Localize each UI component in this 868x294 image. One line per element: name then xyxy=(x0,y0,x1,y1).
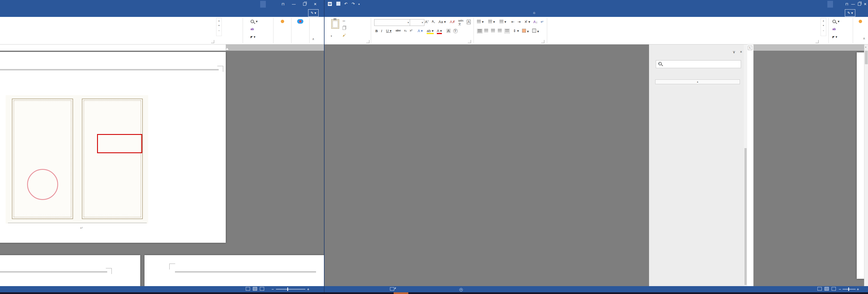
font-color-button[interactable]: A ▾ xyxy=(437,29,442,34)
left-document-area[interactable]: ↵ xyxy=(0,51,324,286)
subscript-button[interactable]: x₂ xyxy=(404,29,407,32)
nav-scrollbar[interactable] xyxy=(744,44,747,286)
clipboard-dialog-launcher[interactable] xyxy=(366,40,369,43)
left-style-gallery-scroll[interactable]: ▴▾⌄ xyxy=(216,18,222,36)
nav-search-box[interactable]: ▾ xyxy=(656,60,741,68)
left-restore-button[interactable] xyxy=(299,0,310,8)
left-indent-marker[interactable] xyxy=(226,48,228,50)
qat-save-icon[interactable] xyxy=(336,2,340,6)
left-minimize-button[interactable]: — xyxy=(288,0,299,8)
char-border-button[interactable]: A xyxy=(467,20,471,24)
asian-layout-button[interactable]: ✕́ ▾ xyxy=(524,20,530,24)
right-view-buttons[interactable] xyxy=(816,286,837,292)
right-find-button[interactable]: ▾ xyxy=(832,19,839,23)
change-case-button[interactable]: Aa ▾ xyxy=(438,20,446,24)
right-ribbon-options-button[interactable]: ⊓ xyxy=(844,0,850,8)
left-view-buttons[interactable] xyxy=(244,286,266,292)
left-replace-button[interactable]: ab xyxy=(251,27,254,31)
print-layout-icon[interactable] xyxy=(253,287,257,291)
read-mode-icon[interactable] xyxy=(246,287,250,291)
underline-button[interactable]: U ▾ xyxy=(386,29,392,33)
print-layout-icon[interactable] xyxy=(825,287,829,291)
text-effects-button[interactable]: A ▾ xyxy=(417,29,423,33)
web-layout-icon[interactable] xyxy=(832,287,836,291)
left-zoom-slider-thumb[interactable] xyxy=(287,288,288,291)
left-doc-page-3[interactable] xyxy=(145,255,324,286)
left-find-button[interactable]: ▾ xyxy=(251,19,258,23)
bullets-button[interactable]: ▾ xyxy=(477,20,484,24)
cut-button[interactable]: ✂ xyxy=(343,19,345,23)
right-document-area[interactable]: ↵ xyxy=(753,51,868,286)
left-doc-page-2[interactable] xyxy=(0,255,140,286)
right-zoom-in-button[interactable]: + xyxy=(857,286,859,292)
left-zoom-in-button[interactable]: + xyxy=(307,286,309,292)
highlight-color-button[interactable]: ab ▾ xyxy=(427,29,434,34)
left-close-button[interactable]: × xyxy=(310,0,320,8)
increase-indent-button[interactable]: ⇥ xyxy=(518,20,521,24)
right-share-button[interactable]: ✎ ▾ xyxy=(845,9,855,16)
numbering-button[interactable]: ▾ xyxy=(488,20,495,24)
right-replace-button[interactable]: ab xyxy=(832,27,836,31)
italic-button[interactable]: I xyxy=(381,29,382,33)
nav-collapse-icon[interactable]: ∨ xyxy=(733,49,735,54)
distribute-button[interactable] xyxy=(504,29,509,34)
shading-button[interactable]: ▾ xyxy=(522,29,529,34)
align-right-button[interactable] xyxy=(491,29,495,33)
borders-button[interactable]: ▾ xyxy=(532,29,539,34)
right-zoom-slider-thumb[interactable] xyxy=(848,288,849,291)
grow-font-button[interactable]: A˄ xyxy=(425,20,429,24)
strikethrough-button[interactable]: abe xyxy=(396,29,401,32)
font-size-combo[interactable]: ▾ xyxy=(410,19,425,26)
left-collapse-ribbon-button[interactable]: ∧ xyxy=(312,37,314,41)
phonetic-guide-button[interactable]: wén文 xyxy=(458,19,463,26)
superscript-button[interactable]: x² xyxy=(410,29,412,32)
read-mode-icon[interactable] xyxy=(817,287,822,291)
line-spacing-button[interactable]: ⇕ ▾ xyxy=(513,29,519,33)
right-close-button[interactable]: × xyxy=(862,0,868,8)
right-horizontal-ruler[interactable] xyxy=(753,44,868,51)
right-minimize-button[interactable]: — xyxy=(850,0,856,8)
copy-button[interactable] xyxy=(343,26,346,31)
align-center-button[interactable] xyxy=(484,29,488,33)
decrease-indent-button[interactable]: ⇤ xyxy=(511,20,515,24)
font-dialog-launcher[interactable] xyxy=(468,40,471,43)
left-zoom-slider[interactable] xyxy=(276,289,305,290)
sort-button[interactable]: A↓ xyxy=(533,20,537,24)
left-ribbon-options-button[interactable]: ⊓ xyxy=(278,0,288,8)
right-signin-button[interactable] xyxy=(827,1,833,8)
paragraph-dialog-launcher[interactable] xyxy=(541,40,544,43)
certificate-scan[interactable] xyxy=(6,95,148,224)
right-tellme-search[interactable] xyxy=(535,8,541,17)
search-dropdown-icon[interactable]: ▾ xyxy=(658,62,740,65)
web-layout-icon[interactable] xyxy=(260,287,264,291)
qat-redo-icon[interactable]: ↷ xyxy=(351,2,355,6)
left-doc-page-1[interactable]: ↵ xyxy=(0,52,226,243)
font-name-combo[interactable]: ▾ xyxy=(374,19,410,26)
left-signin-button[interactable] xyxy=(260,1,266,8)
paste-button[interactable]: ▾ xyxy=(331,29,332,38)
bold-button[interactable]: B xyxy=(375,29,378,33)
right-restore-button[interactable] xyxy=(856,0,862,8)
left-horizontal-ruler[interactable] xyxy=(0,44,324,51)
char-shading-button[interactable]: A xyxy=(446,29,451,33)
right-vertical-ruler[interactable]: L xyxy=(747,44,754,286)
align-left-button[interactable] xyxy=(477,29,483,34)
right-styles-dialog-launcher[interactable] xyxy=(815,40,818,43)
left-zoom-out-button[interactable]: − xyxy=(272,286,274,292)
left-tellme-search[interactable] xyxy=(0,8,3,17)
qat-customize-icon[interactable]: ▾ xyxy=(359,3,360,6)
right-style-gallery-scroll[interactable]: ▴▾⌄ xyxy=(820,18,826,36)
right-collapse-ribbon-button[interactable]: ∧ xyxy=(863,37,865,40)
right-zoom-slider[interactable] xyxy=(843,289,856,290)
shrink-font-button[interactable]: A˅ xyxy=(432,20,435,24)
justify-button[interactable] xyxy=(498,29,502,33)
enclose-char-button[interactable]: 字 xyxy=(453,29,458,33)
accessibility-indicator[interactable]: ✦ xyxy=(459,286,463,292)
show-marks-button[interactable]: ↵ xyxy=(541,20,544,24)
right-select-button[interactable]: ◤ ▾ xyxy=(832,35,837,39)
left-styles-dialog-launcher[interactable] xyxy=(211,40,214,43)
nav-close-icon[interactable]: × xyxy=(740,49,742,54)
proofing-icon[interactable]: ✗ xyxy=(390,286,397,292)
right-scrollbar[interactable]: ▴ xyxy=(864,44,868,286)
left-select-button[interactable]: ◤ ▾ xyxy=(251,35,255,39)
